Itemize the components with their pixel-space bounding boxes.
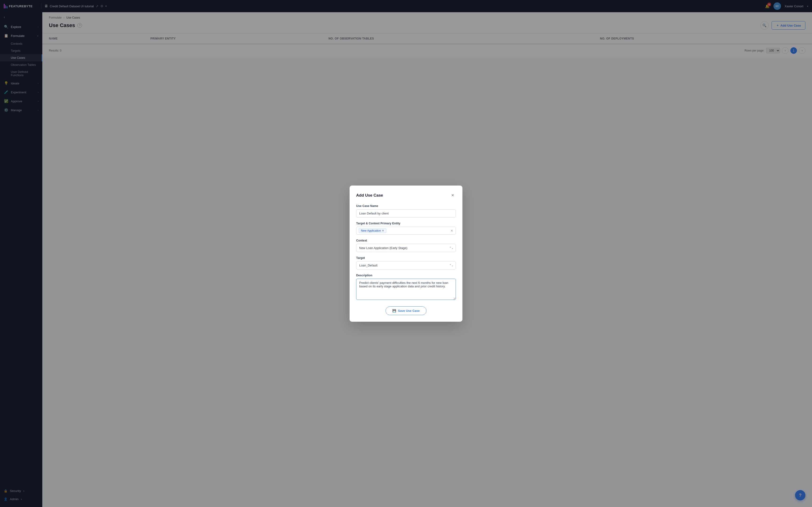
target-group: Target Loan_Default Credit_Score ⌃⌄: [356, 256, 456, 270]
modal-title: Add Use Case: [356, 193, 383, 198]
context-select-wrapper: New Loan Application (Early Stage) New L…: [356, 244, 456, 252]
entity-tag-remove-button[interactable]: ✕: [382, 229, 384, 232]
use-case-name-label: Use Case Name: [356, 204, 456, 208]
target-entity-input-wrapper[interactable]: New Application ✕ ✕: [356, 227, 456, 235]
modal-header: Add Use Case ✕: [356, 192, 456, 199]
target-select[interactable]: Loan_Default Credit_Score: [356, 261, 456, 270]
context-label: Context: [356, 239, 456, 242]
use-case-name-input[interactable]: [356, 209, 456, 218]
description-group: Description Predict clients' payment dif…: [356, 274, 456, 301]
target-entity-group: Target & Context Primary Entity New Appl…: [356, 222, 456, 235]
description-textarea[interactable]: Predict clients' payment difficulties th…: [356, 279, 456, 300]
entity-tag: New Application ✕: [359, 228, 386, 233]
target-label: Target: [356, 256, 456, 260]
context-select[interactable]: New Loan Application (Early Stage) New L…: [356, 244, 456, 252]
save-use-case-label: Save Use Case: [398, 309, 420, 313]
entity-clear-button[interactable]: ✕: [450, 229, 453, 233]
context-group: Context New Loan Application (Early Stag…: [356, 239, 456, 252]
modal-close-button[interactable]: ✕: [449, 192, 456, 199]
entity-tag-label: New Application: [361, 229, 381, 232]
add-use-case-modal: Add Use Case ✕ Use Case Name Target & Co…: [350, 185, 462, 322]
use-case-name-group: Use Case Name: [356, 204, 456, 218]
modal-overlay[interactable]: Add Use Case ✕ Use Case Name Target & Co…: [0, 0, 812, 507]
modal-footer: 💾 Save Use Case: [356, 306, 456, 315]
description-label: Description: [356, 274, 456, 277]
save-use-case-button[interactable]: 💾 Save Use Case: [385, 306, 427, 315]
target-entity-label: Target & Context Primary Entity: [356, 222, 456, 225]
save-icon: 💾: [392, 309, 396, 313]
target-select-wrapper: Loan_Default Credit_Score ⌃⌄: [356, 261, 456, 270]
